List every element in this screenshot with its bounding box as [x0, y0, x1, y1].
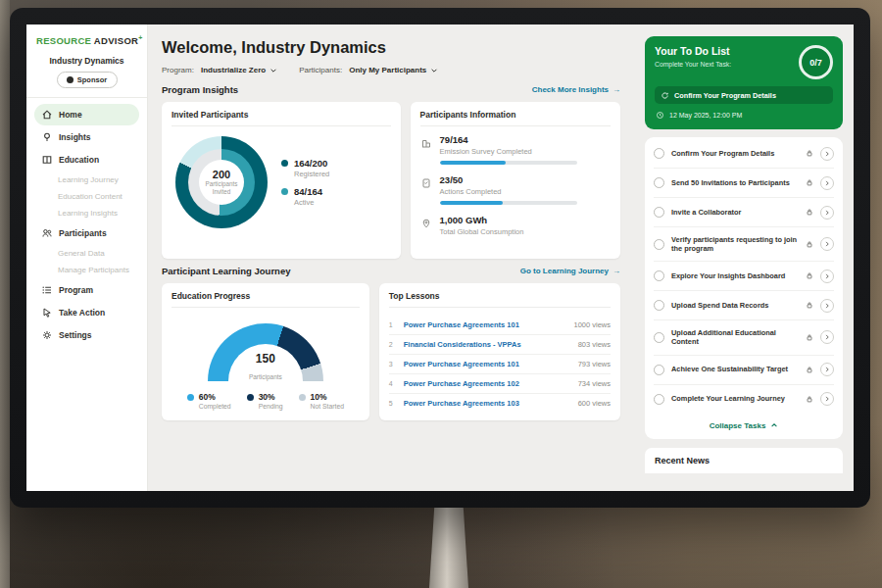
stat-value: 1,000 GWh — [440, 215, 524, 225]
sponsor-badge-label: Sponsor — [77, 75, 107, 84]
chevron-right-icon[interactable] — [820, 270, 834, 283]
stat-label: Emission Survey Completed — [440, 147, 577, 156]
lock-icon — [806, 149, 813, 158]
lesson-rank: 1 — [389, 321, 397, 328]
sidebar-item-label: Home — [59, 110, 82, 120]
lesson-row[interactable]: 4 Power Purchase Agreements 102 734 view… — [389, 374, 611, 394]
todo-progress-value: 0/7 — [809, 58, 822, 68]
sidebar-item-label: Insights — [59, 132, 91, 142]
chevron-right-icon[interactable] — [820, 330, 834, 344]
task-checkbox[interactable] — [654, 300, 664, 311]
participants-filter-dropdown[interactable]: Only My Participants — [349, 66, 438, 74]
link-label: Check More Insights — [532, 85, 609, 94]
progress-bar — [440, 161, 577, 165]
task-row[interactable]: Confirm Your Program Details — [654, 139, 834, 169]
lesson-title-link[interactable]: Financial Considerations - VPPAs — [404, 340, 571, 349]
people-icon — [41, 227, 53, 239]
brand-secondary: ADVISOR — [94, 35, 138, 46]
chevron-right-icon[interactable] — [820, 237, 834, 251]
sidebar-item-insights[interactable]: Insights — [34, 126, 139, 148]
section-title: Program Insights — [162, 84, 238, 95]
lesson-rank: 2 — [389, 341, 397, 348]
monitor-bezel: RESOURCE ADVISOR+ Industry Dynamics Spon… — [10, 8, 870, 508]
chevron-right-icon[interactable] — [820, 299, 834, 313]
section-title: Participant Learning Journey — [162, 266, 290, 276]
lock-icon — [806, 395, 813, 404]
sidebar-item-program[interactable]: Program — [34, 279, 139, 301]
lock-icon — [806, 333, 813, 342]
next-task-time: 12 May 2025, 12:00 PM — [656, 111, 832, 120]
task-row[interactable]: Send 50 Invitations to Participants — [654, 169, 834, 198]
screen: RESOURCE ADVISOR+ Industry Dynamics Spon… — [26, 24, 854, 491]
lesson-title-link[interactable]: Power Purchase Agreements 102 — [404, 379, 571, 388]
recent-news-header[interactable]: Recent News — [645, 448, 843, 473]
next-task-pill[interactable]: Confirm Your Program Details — [655, 86, 833, 104]
collapse-tasks-label: Collapse Tasks — [710, 421, 766, 430]
top-lessons-card: Top Lessons 1 Power Purchase Agreements … — [379, 283, 620, 420]
task-row[interactable]: Explore Your Insights Dashboard — [654, 262, 834, 291]
sponsor-badge[interactable]: Sponsor — [57, 72, 118, 88]
task-row[interactable]: Achieve One Sustainability Target — [654, 356, 834, 385]
task-row[interactable]: Complete Your Learning Journey — [654, 385, 834, 414]
stat-progress-fill — [440, 201, 503, 205]
chevron-down-icon — [270, 67, 277, 74]
sidebar-item-take-action[interactable]: Take Action — [34, 302, 139, 323]
go-to-learning-journey-link[interactable]: Go to Learning Journey → — [520, 267, 620, 275]
participants-filter-value: Only My Participants — [349, 66, 426, 74]
stat-label: Total Global Consumption — [440, 227, 524, 236]
task-checkbox[interactable] — [654, 365, 664, 375]
sidebar-divider — [26, 97, 147, 98]
sidebar-item-home[interactable]: Home — [34, 104, 139, 125]
stat-progress-fill — [440, 161, 506, 165]
lesson-row[interactable]: 1 Power Purchase Agreements 101 1000 vie… — [389, 316, 611, 335]
task-row[interactable]: Verify participants requesting to join t… — [654, 227, 834, 262]
legend-item: 84/164 Active — [281, 186, 329, 207]
task-checkbox[interactable] — [654, 239, 664, 250]
lesson-row[interactable]: 5 Power Purchase Agreements 103 600 view… — [389, 394, 611, 413]
sidebar-item-education[interactable]: Education — [34, 149, 139, 171]
donut-center-value: 200 — [213, 169, 230, 180]
lesson-title-link[interactable]: Power Purchase Agreements 101 — [404, 320, 567, 329]
check-more-insights-link[interactable]: Check More Insights → — [532, 85, 620, 94]
task-checkbox[interactable] — [654, 394, 664, 405]
scene: RESOURCE ADVISOR+ Industry Dynamics Spon… — [0, 0, 882, 588]
donut-center: 200 Participants Invited — [175, 136, 268, 228]
stat-row: 23/50 Actions Completed — [420, 174, 611, 205]
task-row[interactable]: Upload Additional Educational Content — [654, 320, 834, 355]
lesson-title-link[interactable]: Power Purchase Agreements 103 — [404, 399, 571, 408]
lesson-title-link[interactable]: Power Purchase Agreements 101 — [404, 360, 571, 368]
sidebar-item-manage-participants[interactable]: Manage Participants — [34, 262, 139, 278]
sidebar-item-label: Learning Journey — [58, 175, 119, 184]
legend-label: Pending — [259, 403, 283, 410]
chevron-right-icon[interactable] — [820, 147, 834, 161]
chevron-right-icon[interactable] — [820, 176, 834, 190]
gauge-center-value: 150 — [208, 352, 323, 366]
task-checkbox[interactable] — [654, 148, 664, 159]
task-checkbox[interactable] — [654, 332, 664, 343]
task-row[interactable]: Upload Spend Data Records — [654, 291, 834, 320]
sidebar: RESOURCE ADVISOR+ Industry Dynamics Spon… — [26, 24, 148, 491]
clock-icon — [656, 111, 664, 120]
sidebar-item-learning-journey[interactable]: Learning Journey — [34, 172, 139, 188]
task-checkbox[interactable] — [654, 177, 664, 188]
program-filter-dropdown[interactable]: Industrialize Zero — [201, 66, 277, 74]
chevron-right-icon[interactable] — [820, 392, 834, 406]
gauge: 150 Participants — [208, 323, 323, 383]
task-checkbox[interactable] — [654, 207, 664, 218]
task-checkbox[interactable] — [654, 270, 664, 281]
sidebar-item-settings[interactable]: Settings — [34, 324, 139, 346]
lesson-row[interactable]: 2 Financial Considerations - VPPAs 803 v… — [389, 335, 611, 355]
chevron-right-icon[interactable] — [820, 363, 834, 376]
lesson-row[interactable]: 3 Power Purchase Agreements 101 793 view… — [389, 355, 611, 374]
sidebar-item-general-data[interactable]: General Data — [34, 245, 139, 262]
todo-head: Your To Do List Complete Your Next Task:… — [655, 45, 833, 79]
legend-value: 164/200 — [294, 158, 329, 169]
task-row[interactable]: Invite a Collaborator — [654, 198, 834, 227]
stat-row: 79/164 Emission Survey Completed — [420, 134, 611, 165]
gauge-center: 150 Participants — [208, 352, 323, 383]
sidebar-item-learning-insights[interactable]: Learning Insights — [34, 205, 139, 221]
collapse-tasks-link[interactable]: Collapse Tasks — [654, 414, 834, 434]
chevron-right-icon[interactable] — [820, 206, 834, 220]
sidebar-item-participants[interactable]: Participants — [34, 222, 139, 244]
sidebar-item-education-content[interactable]: Education Content — [34, 188, 139, 205]
